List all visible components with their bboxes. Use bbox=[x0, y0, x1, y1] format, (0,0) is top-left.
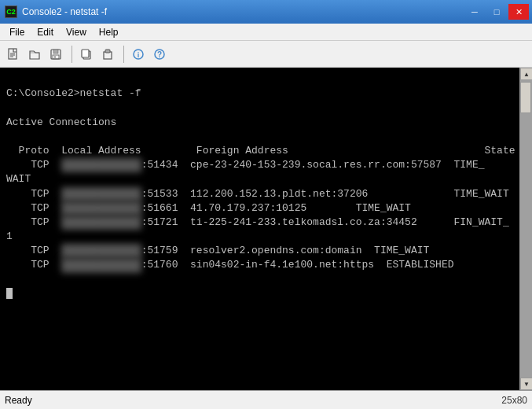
toolbar-group-edit bbox=[76, 44, 118, 64]
title-bar-left: C2 Console2 - netstat -f bbox=[5, 6, 107, 18]
toolbar-help-button[interactable]: ? bbox=[149, 44, 170, 64]
scrollbar[interactable]: ▲ ▼ bbox=[519, 68, 532, 390]
local-addr-6: 192.168.1.100 bbox=[61, 258, 141, 272]
maximize-button[interactable]: □ bbox=[486, 4, 507, 20]
scrollbar-down-button[interactable]: ▼ bbox=[520, 378, 532, 390]
title-bar-title: Console2 - netstat -f bbox=[22, 6, 107, 17]
scrollbar-up-button[interactable]: ▲ bbox=[520, 68, 532, 80]
svg-text:i: i bbox=[138, 51, 140, 59]
toolbar-group-help: i ? bbox=[128, 44, 170, 64]
toolbar-open-button[interactable] bbox=[24, 44, 45, 64]
close-button[interactable]: ✕ bbox=[508, 4, 529, 20]
svg-rect-5 bbox=[53, 50, 58, 53]
minimize-button[interactable]: ─ bbox=[464, 4, 485, 20]
toolbar-save-button[interactable] bbox=[46, 44, 66, 64]
terminal-content[interactable]: C:\Console2>netstat -f Active Connection… bbox=[0, 68, 519, 390]
toolbar-paste-button[interactable] bbox=[97, 44, 118, 64]
local-addr-4: 192.168.1.100 bbox=[61, 216, 141, 230]
local-addr-2: 192.168.1.100 bbox=[61, 187, 141, 201]
local-addr-1: 192.168.1.100 bbox=[61, 158, 141, 172]
svg-rect-9 bbox=[82, 50, 89, 57]
menu-bar: File Edit View Help bbox=[0, 24, 532, 41]
svg-text:?: ? bbox=[157, 50, 162, 59]
title-bar-controls: ─ □ ✕ bbox=[464, 4, 529, 20]
toolbar-info-button[interactable]: i bbox=[128, 44, 149, 64]
local-addr-5: 192.168.1.100 bbox=[61, 244, 141, 258]
title-bar: C2 Console2 - netstat -f ─ □ ✕ bbox=[0, 0, 532, 24]
menu-view[interactable]: View bbox=[60, 25, 93, 39]
status-dimensions: 25x80 bbox=[501, 395, 527, 406]
menu-file[interactable]: File bbox=[3, 25, 31, 39]
menu-help[interactable]: Help bbox=[93, 25, 125, 39]
svg-rect-11 bbox=[105, 50, 110, 53]
toolbar-group-file bbox=[3, 44, 66, 64]
app-icon: C2 bbox=[5, 6, 17, 18]
terminal-cursor bbox=[6, 288, 13, 299]
local-addr-3: 192.168.1.100 bbox=[61, 201, 141, 216]
menu-edit[interactable]: Edit bbox=[31, 25, 60, 39]
terminal-wrapper: C:\Console2>netstat -f Active Connection… bbox=[0, 68, 532, 390]
toolbar-new-button[interactable] bbox=[3, 44, 24, 64]
toolbar-separator-1 bbox=[72, 46, 72, 63]
toolbar-separator-2 bbox=[123, 46, 124, 63]
toolbar-copy-button[interactable] bbox=[76, 44, 97, 64]
active-connections-header: Active Connections bbox=[6, 116, 116, 128]
toolbar: i ? bbox=[0, 41, 532, 68]
prompt-line: C:\Console2>netstat -f bbox=[6, 87, 141, 99]
status-bar: Ready 25x80 bbox=[0, 390, 532, 409]
status-text: Ready bbox=[5, 395, 32, 406]
scrollbar-track[interactable] bbox=[520, 80, 532, 378]
scrollbar-thumb[interactable] bbox=[520, 82, 531, 113]
svg-rect-7 bbox=[54, 56, 56, 58]
